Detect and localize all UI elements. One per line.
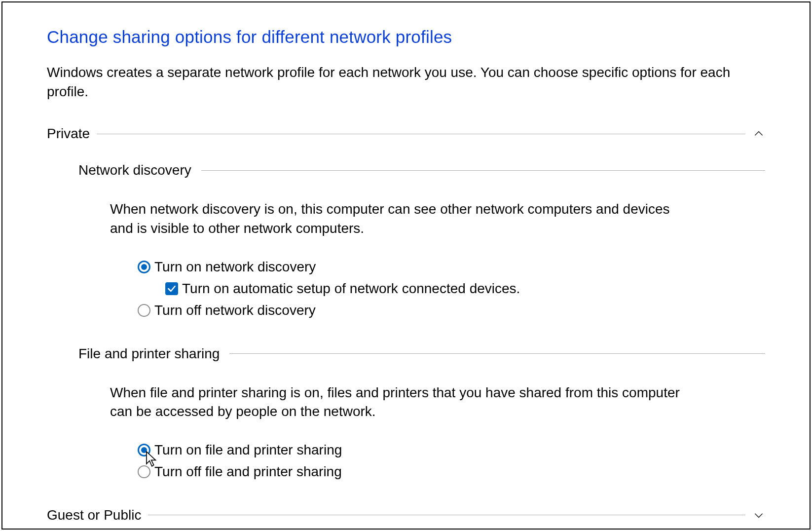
radio-icon	[138, 261, 150, 273]
subsection-network-discovery: Network discovery	[78, 162, 765, 178]
divider	[97, 134, 745, 134]
radio-file-sharing-off[interactable]: Turn off file and printer sharing	[138, 464, 765, 480]
file-printer-sharing-description: When file and printer sharing is on, fil…	[110, 383, 682, 421]
network-discovery-label: Network discovery	[78, 162, 191, 178]
radio-label: Turn off network discovery	[154, 303, 316, 318]
checkbox-label: Turn on automatic setup of network conne…	[182, 281, 520, 297]
section-private-header[interactable]: Private	[47, 126, 765, 142]
page-description: Windows creates a separate network profi…	[47, 63, 738, 101]
radio-label: Turn on file and printer sharing	[154, 442, 342, 458]
section-guest-public-label: Guest or Public	[47, 507, 141, 523]
radio-icon	[138, 465, 150, 478]
subsection-file-printer-sharing: File and printer sharing	[78, 346, 765, 362]
network-discovery-options: Turn on network discovery Turn on automa…	[138, 259, 765, 318]
radio-file-sharing-on[interactable]: Turn on file and printer sharing	[138, 442, 765, 458]
section-private-label: Private	[47, 126, 90, 142]
radio-network-discovery-on[interactable]: Turn on network discovery	[138, 259, 765, 275]
radio-icon	[138, 304, 150, 317]
divider	[229, 353, 765, 354]
divider	[148, 515, 745, 515]
radio-network-discovery-off[interactable]: Turn off network discovery	[138, 303, 765, 318]
file-printer-sharing-label: File and printer sharing	[78, 346, 220, 362]
page-title: Change sharing options for different net…	[47, 27, 765, 47]
network-discovery-description: When network discovery is on, this compu…	[110, 200, 682, 238]
divider	[201, 170, 765, 171]
checkbox-icon	[165, 282, 178, 295]
section-guest-public-header[interactable]: Guest or Public	[47, 507, 765, 523]
radio-label: Turn off file and printer sharing	[154, 464, 342, 480]
radio-icon	[138, 444, 150, 456]
file-printer-sharing-options: Turn on file and printer sharing Turn of…	[138, 442, 765, 480]
chevron-down-icon	[752, 509, 765, 522]
checkbox-auto-setup[interactable]: Turn on automatic setup of network conne…	[165, 281, 765, 297]
chevron-up-icon	[752, 127, 765, 140]
radio-label: Turn on network discovery	[154, 259, 316, 275]
advanced-sharing-panel: Change sharing options for different net…	[1, 1, 811, 530]
